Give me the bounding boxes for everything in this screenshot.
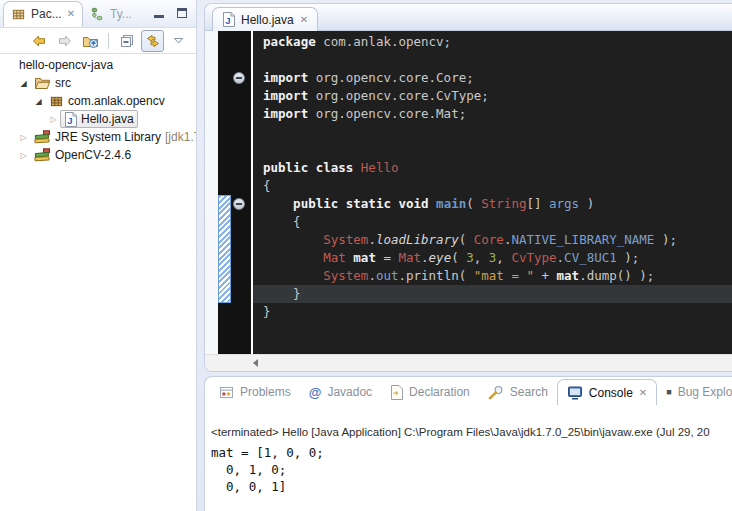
minimize-icon[interactable]: [154, 9, 164, 18]
selected-range-marker: [218, 195, 231, 303]
tab-package-explorer-label: Pac...: [31, 7, 62, 21]
forward-icon[interactable]: [53, 30, 76, 52]
code-line-4[interactable]: import org.opencv.core.CvType;: [263, 87, 732, 105]
console-icon: [567, 386, 583, 400]
tree-item-content[interactable]: src: [30, 74, 75, 92]
code-line-3[interactable]: import org.opencv.core.Core;: [263, 69, 732, 87]
tree-item-hello-java[interactable]: ▷JHello.java: [0, 110, 196, 128]
tab-hello-java[interactable]: J Hello.java ✕: [212, 7, 318, 31]
left-panel-tabbar: Pac... ✕ Ty...: [0, 0, 196, 28]
tree-item-content[interactable]: com.anlak.opencv: [45, 92, 169, 110]
java-file-icon: J: [222, 12, 235, 27]
tree-item-hello-opencv-java[interactable]: hello-opencv-java: [0, 56, 196, 74]
maximize-icon[interactable]: [177, 8, 187, 18]
code-line-14[interactable]: System.out.println( "mat = " + mat.dump(…: [263, 267, 732, 285]
editor-hscrollbar[interactable]: [205, 354, 732, 371]
tree-item-content[interactable]: hello-opencv-java: [15, 56, 117, 74]
annotation-ruler[interactable]: [218, 31, 251, 354]
tab-console[interactable]: Console✕: [557, 379, 657, 405]
code-line-10[interactable]: public static void main( String[] args ): [263, 195, 732, 213]
scroll-left-icon[interactable]: [253, 359, 258, 367]
svg-text:J: J: [225, 15, 230, 26]
tree-item-src[interactable]: ◢src: [0, 74, 196, 92]
tree-item-content[interactable]: OpenCV-2.4.6: [30, 146, 135, 164]
code-line-13[interactable]: Mat mat = Mat.eye( 3, 3, CvType.CV_8UC1 …: [263, 249, 732, 267]
code-line-8[interactable]: public class Hello: [263, 159, 732, 177]
link-editor-icon[interactable]: [141, 30, 164, 52]
code-line-1[interactable]: package com.anlak.opencv;: [263, 33, 732, 51]
console-output[interactable]: mat = [1, 0, 0; 0, 1, 0; 0, 0, 1]: [211, 444, 732, 495]
console-output-line: 0, 1, 0;: [211, 461, 732, 478]
close-icon[interactable]: ✕: [639, 388, 647, 398]
console-output-line: mat = [1, 0, 0;: [211, 444, 732, 461]
code-line-11[interactable]: {: [263, 213, 732, 231]
tab-search[interactable]: Search: [479, 379, 557, 405]
package-explorer-panel: Pac... ✕ Ty... hello-opencv-java◢src◢com…: [0, 0, 197, 511]
tab-label: Problems: [240, 385, 291, 399]
tree-item-opencv-2-4-6[interactable]: ▷OpenCV-2.4.6: [0, 146, 196, 164]
close-icon[interactable]: ✕: [300, 15, 308, 25]
tab-label: Search: [510, 385, 548, 399]
tree-item-label: hello-opencv-java: [19, 58, 113, 72]
bug-icon: ■: [666, 388, 671, 397]
fold-collapse-icon[interactable]: [233, 72, 245, 84]
tab-problems[interactable]: Problems: [210, 379, 300, 405]
library-icon: [34, 130, 51, 144]
tree-collapsed-arrow-icon[interactable]: ▷: [47, 115, 60, 124]
code-editor[interactable]: package com.anlak.opencv;import org.open…: [253, 31, 732, 354]
tree-item-content[interactable]: JRE System Library [jdk1.7.0: [30, 128, 197, 146]
code-line-6[interactable]: [263, 123, 732, 141]
code-line-5[interactable]: import org.opencv.core.Mat;: [263, 105, 732, 123]
editor-body: package com.anlak.opencv;import org.open…: [205, 31, 732, 354]
toolbar-separator: [108, 33, 109, 49]
code-line-16[interactable]: }: [263, 303, 732, 321]
view-menu-icon[interactable]: [167, 30, 190, 52]
tree-expanded-arrow-icon[interactable]: ◢: [17, 79, 30, 88]
package-icon: [49, 95, 64, 108]
tab-type-hierarchy[interactable]: Ty...: [83, 1, 139, 27]
tree-item-label: OpenCV-2.4.6: [55, 148, 131, 162]
code-line-7[interactable]: [263, 141, 732, 159]
tree-item-content[interactable]: JHello.java: [60, 110, 138, 128]
project-tree: hello-opencv-java◢src◢com.anlak.opencv▷J…: [0, 54, 196, 164]
tab-label: Console: [589, 386, 633, 400]
up-folder-icon[interactable]: [79, 30, 102, 52]
console-output-line: 0, 0, 1]: [211, 478, 732, 495]
tree-item-label: JRE System Library: [55, 130, 161, 144]
tab-javadoc[interactable]: @Javadoc: [300, 379, 381, 405]
console-header: <terminated> Hello [Java Application] C:…: [211, 426, 732, 438]
tab-bug-explorer[interactable]: ■Bug Explorer: [657, 379, 732, 405]
package-explorer-toolbar: [0, 28, 196, 54]
problems-icon: [219, 386, 234, 399]
javadoc-icon: @: [309, 386, 322, 399]
tab-package-explorer[interactable]: Pac... ✕: [3, 1, 83, 27]
editor-tab-label: Hello.java: [241, 13, 294, 27]
tab-label: Bug Explorer: [678, 385, 732, 399]
close-icon[interactable]: ✕: [67, 9, 75, 19]
java-editor: J Hello.java ✕ package com.anlak.opencv;…: [204, 3, 732, 372]
tree-item-com-anlak-opencv[interactable]: ◢com.anlak.opencv: [0, 92, 196, 110]
tree-item-jre-system-library[interactable]: ▷JRE System Library [jdk1.7.0: [0, 128, 196, 146]
bottom-panel-tabbar: Problems@JavadocDeclarationSearchConsole…: [205, 377, 732, 405]
editor-margin: [205, 31, 218, 354]
code-line-2[interactable]: [263, 51, 732, 69]
tree-collapsed-arrow-icon[interactable]: ▷: [17, 133, 30, 142]
fold-collapse-icon[interactable]: [233, 198, 245, 210]
java-file-icon: J: [64, 112, 77, 127]
tree-expanded-arrow-icon[interactable]: ◢: [32, 97, 45, 106]
search-icon: [488, 385, 504, 400]
console-panel: Problems@JavadocDeclarationSearchConsole…: [204, 376, 732, 511]
code-line-15[interactable]: }: [253, 285, 732, 303]
tree-collapsed-arrow-icon[interactable]: ▷: [17, 151, 30, 160]
view-window-buttons: [154, 8, 187, 18]
tab-type-hierarchy-label: Ty...: [110, 7, 132, 21]
code-line-12[interactable]: System.loadLibrary( Core.NATIVE_LIBRARY_…: [263, 231, 732, 249]
collapse-all-icon[interactable]: [115, 30, 138, 52]
tab-label: Javadoc: [327, 385, 372, 399]
code-line-9[interactable]: {: [263, 177, 732, 195]
tree-item-label: Hello.java: [81, 112, 134, 126]
tab-declaration[interactable]: Declaration: [381, 379, 479, 405]
tree-item-suffix: [jdk1.7.0: [165, 130, 197, 144]
back-icon[interactable]: [27, 30, 50, 52]
svg-text:J: J: [67, 114, 72, 125]
